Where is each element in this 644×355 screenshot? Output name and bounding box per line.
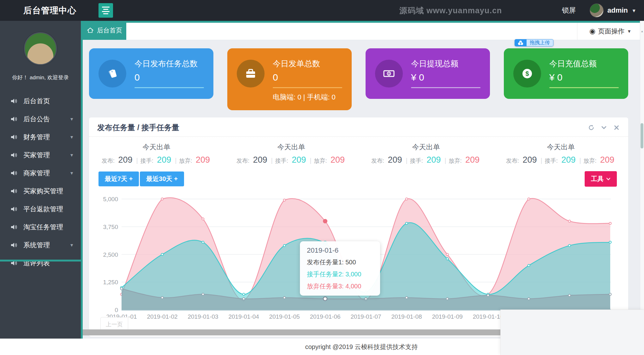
stat-group-metrics: 发布: 209|接手: 209|放弃: 209 [493,155,628,165]
tabbar: 后台首页 ◉ 页面操作 ▼ [83,21,640,40]
tooltip-line: 放弃任务量3: 4,000 [307,282,373,291]
metric-label: 接手: [410,158,423,164]
page-ops-dropdown[interactable]: ◉ 页面操作 ▼ [577,23,631,40]
greeting-text: 你好！ admin, 欢迎登录 [0,74,81,81]
metric-label: 放弃: [179,158,192,164]
sidebar-item[interactable]: 淘宝任务管理 [0,218,81,236]
briefcase-icon [237,60,265,87]
stat-group-metrics: 发布: 209|接手: 209|放弃: 209 [224,155,359,165]
sidebar-divider [0,260,81,262]
metric-value: 209 [559,155,576,165]
card-underline [134,87,204,88]
sidebar-item-label: 买家管理 [23,151,50,159]
tooltip-line: 发布任务量1: 500 [307,258,373,267]
metric-separator: | [175,157,176,164]
banknote-icon [375,60,403,87]
note-icon [98,60,126,87]
lock-screen-button[interactable]: 锁屏 [562,0,576,21]
page-ops-label: 页面操作 [598,27,624,36]
watermark-text: 源码域 www.yuanmayu.cn [399,0,502,21]
sidebar-item[interactable]: 平台返款管理 [0,200,81,218]
drag-upload-extension[interactable]: 拖拽上传 [515,39,553,46]
sidebar-item[interactable]: 后台首页 [0,92,81,110]
vertical-scrollbar[interactable]: ▲ [640,21,644,355]
svg-text:2019-01-03: 2019-01-03 [188,313,218,320]
card-value: 0 [134,72,204,83]
profile-avatar[interactable] [24,32,57,65]
dollar-icon: $ [513,60,541,87]
sidebar-item[interactable]: 后台公告▼ [0,110,81,128]
user-menu[interactable]: admin ▼ [590,0,636,21]
metric-value: 209 [289,155,306,165]
tab-home[interactable]: 后台首页 [83,21,126,40]
chart-panel: 发布任务量 / 接手任务量 今天出单发布: 209|接手: 209|放弃: 20… [89,117,628,337]
corner-popup-overlay [500,310,644,355]
chart-area[interactable]: 01,2502,5003,7505,0002019-01-012019-01-0… [89,190,628,322]
drive-icon [515,39,527,46]
metric-value: 209 [598,155,615,165]
stat-card: 今日发布任务总数0 [89,48,213,99]
app-title: 后台管理中心 [23,5,76,16]
metric-value: 209 [251,155,267,165]
card-value: ¥ 0 [549,72,619,83]
refresh-icon[interactable] [588,124,595,131]
metric-value: 209 [155,155,171,165]
stat-group: 今天出单发布: 209|接手: 209|放弃: 209 [359,142,493,165]
chart-toolbar: 最近7天 + 最近30天 + 工具 [98,171,617,187]
sidebar-item[interactable]: 追评列表 [0,254,81,272]
stat-group-heading: 今天出单 [89,142,224,152]
stat-card: $今日充值总额¥ 0 [504,48,628,99]
chevron-down-icon: ▼ [69,117,74,122]
card-title: 今日提现总额 [411,58,480,69]
sidebar-item[interactable]: 买家购买管理 [0,182,81,200]
svg-text:5,000: 5,000 [103,196,118,202]
last-7-days-button[interactable]: 最近7天 + [98,171,139,186]
svg-text:2019-01-05: 2019-01-05 [269,313,300,320]
metric-value: 209 [520,155,537,165]
avatar[interactable] [590,3,604,17]
stat-group-metrics: 发布: 209|接手: 209|放弃: 209 [359,155,493,165]
speaker-icon [10,151,18,159]
collapse-menu-button[interactable] [98,3,113,18]
card-extra: 电脑端: 0 | 手机端: 0 [273,93,342,102]
metric-label: 放弃: [583,158,596,164]
sidebar-item-label: 后台首页 [23,97,50,105]
sidebar-item[interactable]: 财务管理▼ [0,128,81,146]
speaker-icon [10,187,18,195]
card-title: 今日充值总额 [549,58,619,69]
sidebar-item-label: 买家购买管理 [23,187,63,196]
stat-group: 今天出单发布: 209|接手: 209|放弃: 209 [493,142,628,165]
metric-label: 放弃: [314,158,327,164]
sidebar-item-label: 淘宝任务管理 [23,223,63,232]
metric-label: 接手: [275,158,288,164]
tools-button[interactable]: 工具 [585,171,617,187]
metric-value: 209 [194,155,210,165]
stat-group-metrics: 发布: 209|接手: 209|放弃: 209 [89,155,224,165]
collapse-panel-icon[interactable] [600,124,607,131]
horizontal-scrollbar-thumb[interactable] [83,329,537,335]
stat-cards: 今日发布任务总数0今日发单总数0电脑端: 0 | 手机端: 0今日提现总额¥ 0… [89,48,628,110]
sidebar-item-label: 后台公告 [23,115,50,123]
metric-label: 发布: [102,158,115,164]
card-underline [411,87,480,88]
speaker-icon [10,169,18,177]
sidebar-item[interactable]: 买家管理▼ [0,146,81,164]
card-value: ¥ 0 [411,72,480,83]
scroll-up-arrow[interactable]: ▲ [640,30,644,33]
metric-label: 接手: [140,158,153,164]
last-30-days-button[interactable]: 最近30天 + [140,171,184,186]
metric-value: 209 [463,155,480,165]
sidebar-item[interactable]: 系统管理▼ [0,236,81,254]
sidebar-item-label: 商家管理 [23,169,50,178]
speaker-icon [10,97,18,105]
svg-text:2019-01-10: 2019-01-10 [473,313,503,320]
metric-separator: | [579,157,581,164]
metric-separator: | [136,157,138,164]
chevron-down-icon: ▼ [69,171,74,176]
vertical-scrollbar-thumb[interactable] [641,123,643,148]
close-panel-icon[interactable] [613,124,620,131]
card-title: 今日发布任务总数 [134,58,204,69]
card-title: 今日发单总数 [273,58,342,69]
panel-title: 发布任务量 / 接手任务量 [97,123,588,133]
sidebar-item[interactable]: 商家管理▼ [0,164,81,182]
